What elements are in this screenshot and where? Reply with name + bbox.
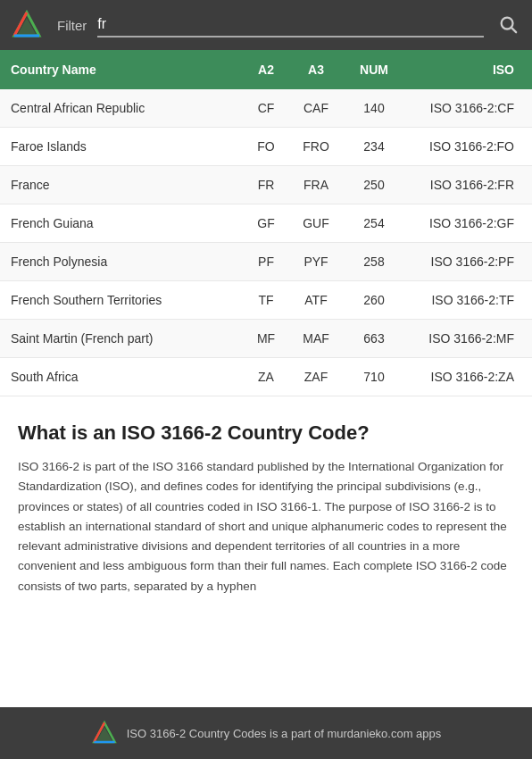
- footer: ISO 3166-2 Country Codes is a part of mu…: [0, 707, 532, 759]
- table-row: Faroe Islands FO FRO 234 ISO 3166-2:FO: [0, 128, 532, 166]
- table-row: French Guiana GF GUF 254 ISO 3166-2:GF: [0, 204, 532, 243]
- app-logo: [11, 9, 43, 41]
- filter-label: Filter: [57, 18, 87, 33]
- cell-num: 234: [343, 139, 405, 154]
- cell-name: France: [11, 178, 243, 192]
- cell-num: 663: [343, 331, 405, 346]
- cell-a2: MF: [243, 331, 289, 346]
- table-row: French Polynesia PF PYF 258 ISO 3166-2:P…: [0, 243, 532, 281]
- cell-name: South Africa: [11, 370, 243, 384]
- cell-a2: PF: [243, 254, 289, 269]
- cell-iso: ISO 3166-2:CF: [405, 101, 521, 115]
- cell-a2: FR: [243, 178, 289, 192]
- cell-num: 250: [343, 178, 405, 192]
- cell-a3: MAF: [289, 331, 343, 346]
- cell-iso: ISO 3166-2:TF: [405, 293, 521, 307]
- table-body: Central African Republic CF CAF 140 ISO …: [0, 89, 532, 396]
- col-header-num: NUM: [343, 63, 405, 77]
- cell-name: French Polynesia: [11, 254, 243, 269]
- footer-text: ISO 3166-2 Country Codes is a part of mu…: [127, 727, 442, 740]
- cell-a3: PYF: [289, 254, 343, 269]
- cell-num: 258: [343, 254, 405, 269]
- table-row: South Africa ZA ZAF 710 ISO 3166-2:ZA: [0, 358, 532, 396]
- cell-a2: FO: [243, 139, 289, 154]
- cell-num: 260: [343, 293, 405, 307]
- cell-num: 254: [343, 216, 405, 230]
- footer-logo: [91, 720, 118, 746]
- cell-iso: ISO 3166-2:FR: [405, 178, 521, 192]
- cell-name: Central African Republic: [11, 101, 243, 115]
- table-row: Central African Republic CF CAF 140 ISO …: [0, 89, 532, 128]
- cell-a2: ZA: [243, 370, 289, 384]
- table-header: Country Name A2 A3 NUM ISO: [0, 50, 532, 89]
- info-text: ISO 3166-2 is part of the ISO 3166 stand…: [18, 457, 514, 596]
- cell-name: Saint Martin (French part): [11, 331, 243, 346]
- cell-name: French Guiana: [11, 216, 243, 230]
- col-header-a2: A2: [243, 63, 289, 77]
- cell-name: French Southern Territories: [11, 293, 243, 307]
- cell-a3: FRO: [289, 139, 343, 154]
- search-icon: [498, 14, 518, 34]
- search-button[interactable]: [495, 11, 521, 40]
- col-header-iso: ISO: [405, 63, 521, 77]
- col-header-name: Country Name: [11, 63, 243, 77]
- cell-num: 710: [343, 370, 405, 384]
- table-row: Saint Martin (French part) MF MAF 663 IS…: [0, 320, 532, 358]
- cell-a2: CF: [243, 101, 289, 115]
- cell-iso: ISO 3166-2:MF: [405, 331, 521, 346]
- cell-iso: ISO 3166-2:PF: [405, 254, 521, 269]
- cell-iso: ISO 3166-2:GF: [405, 216, 521, 230]
- app-header: Filter: [0, 0, 532, 50]
- cell-a3: CAF: [289, 101, 343, 115]
- cell-a3: ATF: [289, 293, 343, 307]
- svg-line-5: [511, 28, 516, 32]
- cell-num: 140: [343, 101, 405, 115]
- cell-a3: FRA: [289, 178, 343, 192]
- cell-a2: TF: [243, 293, 289, 307]
- col-header-a3: A3: [289, 63, 343, 77]
- table-row: French Southern Territories TF ATF 260 I…: [0, 281, 532, 320]
- filter-input[interactable]: [97, 13, 484, 38]
- table-row: France FR FRA 250 ISO 3166-2:FR: [0, 166, 532, 204]
- cell-name: Faroe Islands: [11, 139, 243, 154]
- cell-iso: ISO 3166-2:ZA: [405, 370, 521, 384]
- cell-iso: ISO 3166-2:FO: [405, 139, 521, 154]
- info-section: What is an ISO 3166-2 Country Code? ISO …: [0, 396, 532, 614]
- cell-a3: ZAF: [289, 370, 343, 384]
- info-title: What is an ISO 3166-2 Country Code?: [18, 421, 514, 445]
- cell-a2: GF: [243, 216, 289, 230]
- cell-a3: GUF: [289, 216, 343, 230]
